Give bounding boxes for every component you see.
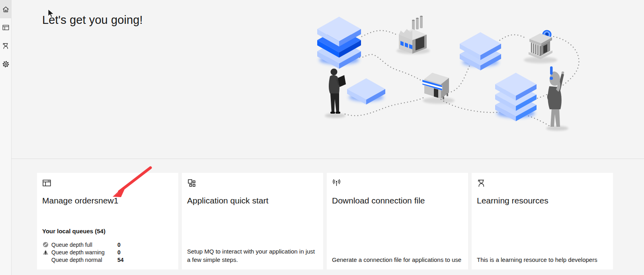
queue-stack-2-layer [460, 32, 501, 70]
card-title: Download connection file [332, 196, 425, 205]
sidebar-item-learning[interactable] [0, 37, 11, 55]
shop [422, 73, 455, 104]
card-learning-resources[interactable]: Learning resources This is a learning re… [472, 173, 613, 269]
warning-icon [42, 249, 49, 256]
sidebar-item-queue-manager[interactable] [0, 18, 11, 37]
person-with-tablet [325, 69, 346, 118]
page-title: Let's get you going! [42, 14, 143, 27]
broadcast-icon [332, 178, 462, 189]
education-icon [2, 42, 10, 50]
queue-manager-icon [42, 178, 172, 189]
apps-icon [187, 178, 317, 189]
sidebar-item-home[interactable] [0, 0, 11, 18]
queue-platform [347, 78, 385, 105]
stat-label: Queue depth full [51, 242, 117, 248]
card-title: Learning resources [477, 196, 548, 205]
card-title: Application quick start [187, 196, 268, 205]
mouse-cursor [47, 9, 55, 19]
stat-value: 0 [117, 242, 121, 248]
local-queues-stats: Your local queues (54) Queue depth full … [42, 228, 170, 263]
card-description: Generate a connection file for applicati… [332, 256, 462, 264]
education-icon [477, 178, 607, 189]
settings-gear-icon [2, 60, 10, 68]
home-icon [2, 6, 10, 13]
factory [396, 15, 430, 54]
quick-start-section: Manage ordersnew1 Your local queues (54)… [12, 159, 644, 275]
queue-stack-3-layer-right [495, 73, 537, 121]
stat-value: 0 [117, 249, 121, 256]
card-row: Manage ordersnew1 Your local queues (54)… [37, 173, 613, 269]
bank [524, 30, 557, 64]
stat-row-queue-depth-warning: Queue depth warning 0 [42, 248, 170, 256]
person-pointing [546, 72, 568, 131]
sidebar [0, 0, 12, 275]
card-title: Manage ordersnew1 [42, 196, 118, 205]
card-manage-queue-manager[interactable]: Manage ordersnew1 Your local queues (54)… [37, 173, 178, 269]
hero-section: Let's get you going! [12, 0, 644, 159]
stats-heading: Your local queues (54) [42, 228, 170, 234]
stat-row-queue-depth-full: Queue depth full 0 [42, 241, 170, 248]
stat-value: 54 [117, 257, 124, 263]
card-application-quick-start[interactable]: Application quick start Setup MQ to inte… [182, 173, 323, 269]
sidebar-item-settings[interactable] [0, 55, 11, 73]
card-description: Setup MQ to interact with your applicati… [187, 247, 317, 264]
mq-console-home: Let's get you going! [0, 0, 644, 275]
no-icon [42, 257, 49, 263]
prohibited-icon [42, 242, 49, 248]
queue-stack-3-layer [317, 17, 361, 69]
card-description: This is a learning resource to help deve… [477, 256, 607, 264]
stat-label: Queue depth warning [51, 249, 117, 256]
card-download-connection-file[interactable]: Download connection file Generate a conn… [327, 173, 468, 269]
mq-network-illustration [314, 14, 585, 133]
stat-label: Queue depth normal [51, 257, 117, 263]
stat-row-queue-depth-normal: Queue depth normal 54 [42, 256, 170, 263]
queue-manager-icon [2, 24, 10, 31]
exclamation-mark [550, 66, 553, 80]
